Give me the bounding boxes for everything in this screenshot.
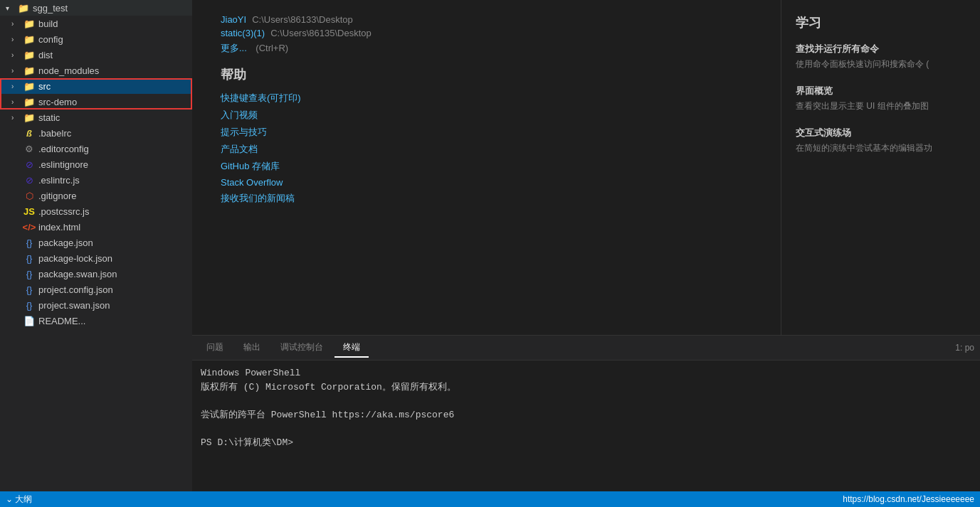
sidebar-item-label: project.config.json [38, 284, 113, 295]
sidebar-item-package-json[interactable]: {} package.json [0, 235, 192, 250]
recent-section: JiaoYI C:\Users\86133\Desktop static(3)(… [221, 14, 752, 55]
sidebar-item-config[interactable]: › 📁 config [0, 31, 192, 47]
json-icon: {} [23, 236, 36, 249]
learn-item-desc: 使用命令面板快速访问和搜索命令 ( [796, 58, 966, 70]
help-link-tips[interactable]: 提示与技巧 [221, 126, 752, 139]
learn-item-commands: 查找并运行所有命令 使用命令面板快速访问和搜索命令 ( [796, 43, 966, 70]
welcome-panel: JiaoYI C:\Users\86133\Desktop static(3)(… [192, 0, 980, 335]
sidebar-item-label: .gitignore [38, 191, 76, 201]
content-area: JiaoYI C:\Users\86133\Desktop static(3)(… [192, 0, 980, 491]
sidebar-item-label: .editorconfig [38, 144, 89, 154]
tab-problems[interactable]: 问题 [198, 338, 232, 358]
terminal-right-label: 1: po [955, 343, 974, 353]
sidebar-item-package-swan-json[interactable]: {} package.swan.json [0, 266, 192, 282]
terminal-panel: 问题 输出 调试控制台 终端 1: po Windows PowerShell … [192, 335, 980, 491]
sidebar-item-eslintignore[interactable]: ⊘ .eslintignore [0, 156, 192, 172]
sidebar-item-label: src-demo [38, 97, 77, 107]
folder-icon: 📁 [23, 48, 36, 61]
terminal-line-6: PS D:\计算机类\DM> [201, 436, 971, 450]
chevron-right-icon: › [11, 36, 23, 43]
sidebar-item-src-demo[interactable]: › 📁 src-demo [0, 94, 192, 110]
js-icon: JS [23, 205, 36, 218]
tab-debug-console[interactable]: 调试控制台 [272, 338, 332, 358]
status-bar-right: https://blog.csdn.net/Jessieeeeeee [843, 494, 974, 504]
sidebar-item-label: .eslintrc.js [38, 175, 80, 186]
help-link-newsletter[interactable]: 接收我们的新闻稿 [221, 192, 752, 205]
json-icon: {} [23, 267, 36, 280]
json-icon: {} [23, 252, 36, 265]
sidebar-item-src[interactable]: › 📁 src [0, 78, 192, 94]
recent-item-1: JiaoYI C:\Users\86133\Desktop [221, 14, 752, 25]
sidebar-item-label: node_modules [38, 65, 99, 76]
babel-icon: ß [23, 127, 36, 139]
sidebar-item-dist[interactable]: › 📁 dist [0, 47, 192, 63]
file-icon: 📄 [23, 314, 36, 327]
chevron-right-icon: › [11, 82, 23, 90]
chevron-right-icon: › [11, 51, 23, 59]
sidebar-item-label: config [38, 34, 63, 45]
sidebar-item-label: sgg_test [33, 3, 68, 14]
terminal-line-4: 尝试新的跨平台 PowerShell https://aka.ms/pscore… [201, 408, 971, 422]
sidebar-item-babelrc[interactable]: ß .babelrc [0, 125, 192, 141]
folder-icon: 📁 [17, 1, 30, 14]
help-link-docs[interactable]: 产品文档 [221, 143, 752, 156]
folder-icon: 📁 [23, 33, 36, 46]
sidebar-item-label: README... [38, 316, 85, 326]
folder-icon: 📁 [23, 64, 36, 77]
terminal-line-2: 版权所有 (C) Microsoft Corporation。保留所有权利。 [201, 380, 971, 395]
folder-icon: 📁 [23, 17, 36, 30]
sidebar-item-postcssrc[interactable]: JS .postcssrc.js [0, 203, 192, 219]
sidebar-item-sgg_test[interactable]: ▾ 📁 sgg_test [0, 0, 192, 16]
learn-item-playground: 交互式演练场 在简短的演练中尝试基本的编辑器功 [796, 127, 966, 154]
sidebar-item-gitignore[interactable]: ⬡ .gitignore [0, 188, 192, 203]
status-bar-left: ⌄ 大纲 [6, 493, 32, 506]
recent-item-2: static(3)(1) C:\Users\86135\Desktop [221, 28, 752, 38]
sidebar-item-label: package-lock.json [38, 253, 112, 264]
sidebar-item-eslintrc[interactable]: ⊘ .eslintrc.js [0, 172, 192, 188]
sidebar-item-build[interactable]: › 📁 build [0, 16, 192, 31]
help-link-stackoverflow[interactable]: Stack Overflow [221, 177, 752, 188]
sidebar-item-project-config-json[interactable]: {} project.config.json [0, 282, 192, 297]
folder-icon: 📁 [23, 80, 36, 92]
sidebar-item-project-swan-json[interactable]: {} project.swan.json [0, 297, 192, 313]
sidebar-item-package-lock-json[interactable]: {} package-lock.json [0, 250, 192, 266]
sidebar-item-label: static [38, 112, 60, 123]
right-panel: 学习 查找并运行所有命令 使用命令面板快速访问和搜索命令 ( 界面概览 查看突出… [781, 0, 980, 335]
recent-path-static: C:\Users\86135\Desktop [270, 28, 372, 38]
chevron-right-icon: › [11, 114, 23, 122]
learn-item-desc: 在简短的演练中尝试基本的编辑器功 [796, 142, 966, 154]
help-title: 帮助 [221, 66, 752, 83]
learn-item-desc: 查看突出显示主要 UI 组件的叠加图 [796, 100, 966, 112]
terminal-line-5 [201, 422, 971, 436]
terminal-line-3 [201, 394, 971, 408]
more-link[interactable]: 更多... [221, 43, 247, 53]
welcome-main: JiaoYI C:\Users\86133\Desktop static(3)(… [192, 0, 781, 335]
sidebar-item-node_modules[interactable]: › 📁 node_modules [0, 63, 192, 78]
sidebar-item-label: package.swan.json [38, 269, 117, 279]
sidebar: ▾ 📁 sgg_test › 📁 build › 📁 config › 📁 di… [0, 0, 192, 491]
tab-terminal[interactable]: 终端 [334, 338, 369, 358]
terminal-content[interactable]: Windows PowerShell 版权所有 (C) Microsoft Co… [192, 361, 980, 491]
sidebar-item-label: project.swan.json [38, 300, 110, 311]
chevron-icon: ▾ [6, 4, 17, 12]
tab-output[interactable]: 输出 [235, 338, 269, 358]
sidebar-item-static[interactable]: › 📁 static [0, 110, 192, 125]
json-icon: {} [23, 299, 36, 311]
sidebar-item-editorconfig[interactable]: ⚙ .editorconfig [0, 141, 192, 156]
recent-link-jiaoyi[interactable]: JiaoYI [221, 14, 246, 25]
sidebar-item-label: .postcssrc.js [38, 206, 90, 217]
help-link-shortcuts[interactable]: 快捷键查表(可打印) [221, 92, 752, 105]
eslint-icon: ⊘ [23, 158, 36, 171]
git-icon: ⬡ [23, 189, 36, 202]
learn-item-title: 交互式演练场 [796, 127, 966, 139]
sidebar-item-label: src [38, 81, 51, 92]
sidebar-item-readme[interactable]: 📄 README... [0, 313, 192, 329]
recent-link-static[interactable]: static(3)(1) [221, 28, 265, 38]
help-link-intro-video[interactable]: 入门视频 [221, 109, 752, 122]
learn-item-title: 界面概览 [796, 85, 966, 97]
eslint-icon: ⊘ [23, 174, 36, 186]
chevron-right-icon: › [11, 67, 23, 75]
sidebar-item-index-html[interactable]: </> index.html [0, 219, 192, 235]
terminal-line-1: Windows PowerShell [201, 366, 971, 380]
help-link-github[interactable]: GitHub 存储库 [221, 160, 752, 173]
